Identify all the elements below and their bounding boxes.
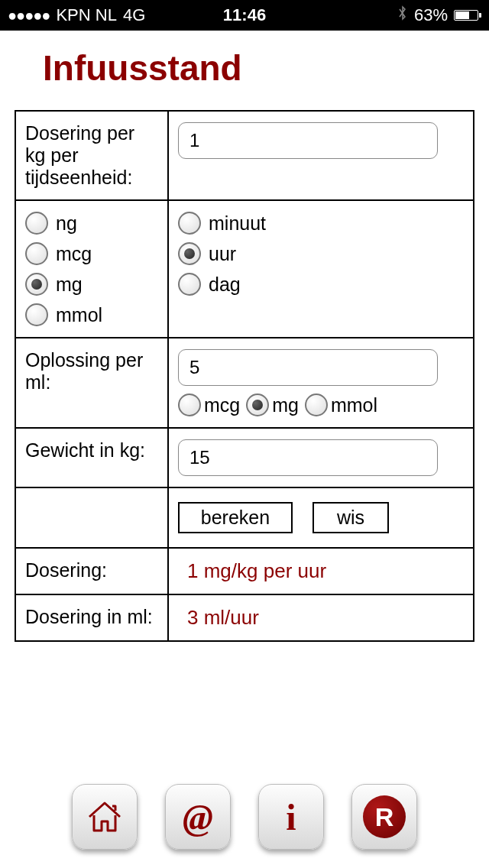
radio-mg[interactable]: mg <box>25 273 158 296</box>
signal-dots-icon: ●●●●● <box>8 7 50 24</box>
result-dosering: 1 mg/kg per uur <box>178 559 464 583</box>
nav-info-button[interactable]: i <box>258 784 324 850</box>
status-bar: ●●●●● KPN NL 4G 11:46 63% <box>0 0 489 31</box>
radio-dag[interactable]: dag <box>178 273 464 296</box>
radio-minuut[interactable]: minuut <box>178 212 464 235</box>
nav-r-button[interactable]: R <box>351 784 417 850</box>
radio-mcg[interactable]: mcg <box>25 242 158 265</box>
radio-sol-mmol[interactable]: mmol <box>305 394 377 416</box>
page-title: Infuusstand <box>0 31 489 104</box>
label-dosering-ml: Dosering in ml: <box>15 594 168 641</box>
battery-pct: 63% <box>414 5 448 25</box>
carrier-label: KPN NL <box>56 5 116 25</box>
nav-email-button[interactable]: @ <box>165 784 231 850</box>
gewicht-input[interactable] <box>178 439 438 476</box>
solution-unit-group: mcg mg mmol <box>178 394 464 416</box>
label-gewicht: Gewicht in kg: <box>15 428 168 487</box>
label-oplossing: Oplossing per ml: <box>15 338 168 428</box>
r-circle-icon: R <box>363 795 406 838</box>
result-dosering-ml: 3 ml/uur <box>178 606 464 630</box>
battery-icon <box>454 10 481 21</box>
clear-button[interactable]: wis <box>313 502 389 533</box>
radio-uur[interactable]: uur <box>178 242 464 265</box>
network-label: 4G <box>123 5 145 25</box>
bottom-nav: @ i R <box>0 784 489 850</box>
nav-home-button[interactable] <box>72 784 138 850</box>
home-icon <box>85 797 125 837</box>
oplossing-input[interactable] <box>178 349 438 386</box>
time-unit-group: minuut uur dag <box>178 212 464 296</box>
calculate-button[interactable]: bereken <box>178 502 293 533</box>
form-table: Dosering per kg per tijdseenheid: ng mcg… <box>15 110 474 642</box>
at-icon: @ <box>183 796 213 838</box>
dosering-input[interactable] <box>178 122 438 159</box>
radio-sol-mg[interactable]: mg <box>246 394 299 416</box>
radio-ng[interactable]: ng <box>25 212 158 235</box>
radio-mmol[interactable]: mmol <box>25 303 158 326</box>
label-dosering: Dosering: <box>15 548 168 594</box>
info-icon: i <box>286 796 296 838</box>
clock: 11:46 <box>223 5 266 25</box>
mass-unit-group: ng mcg mg mmol <box>25 212 158 326</box>
radio-sol-mcg[interactable]: mcg <box>178 394 240 416</box>
label-dosering-per-kg: Dosering per kg per tijdseenheid: <box>15 111 168 200</box>
bluetooth-icon <box>397 5 408 26</box>
